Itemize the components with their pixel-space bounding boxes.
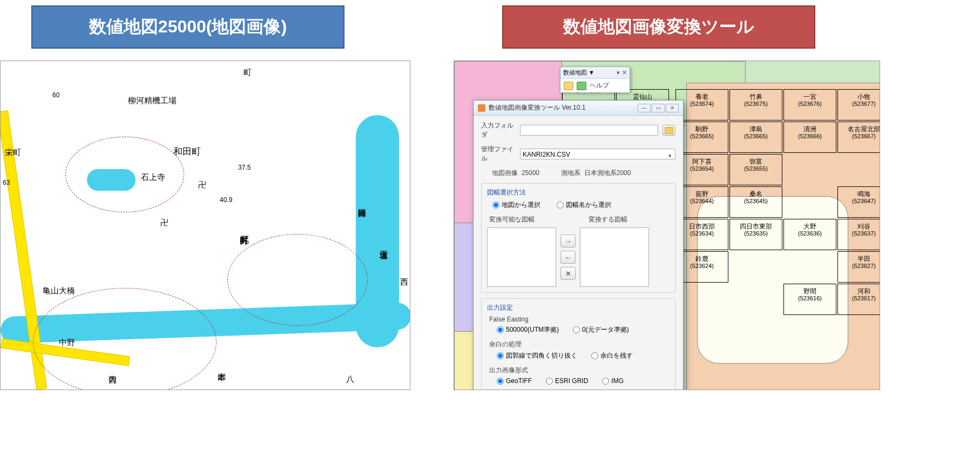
toolbar-close-icon[interactable]: ✕ <box>622 69 627 76</box>
temple-icon: 卍 <box>160 218 168 228</box>
map-label: 和田町 <box>173 145 201 158</box>
false-easting-opt2-label: 0(元データ準拠) <box>582 325 629 334</box>
grid-cell[interactable]: 小牧(523677) <box>837 89 880 120</box>
grid-cell-code: (523666) <box>784 133 836 140</box>
format-opt3-label: IMG <box>611 377 624 385</box>
browse-input-folder-button[interactable] <box>663 125 675 136</box>
format-img-radio[interactable]: IMG <box>602 377 624 385</box>
map-image-label: 地図画像 <box>492 169 518 177</box>
output-settings-title: 出力設定 <box>487 303 670 312</box>
grid-cell-name: 鳴海 <box>838 190 880 198</box>
grid-cell-name: 河和 <box>838 287 880 295</box>
input-folder-label: 入力フォルダ <box>481 121 516 139</box>
grid-cell-name: 津島 <box>730 125 782 133</box>
grid-cell[interactable]: 河和(523617) <box>837 284 880 315</box>
grid-cell-name: 大野 <box>784 223 836 230</box>
margin-crop-radio[interactable]: 図郭線で四角く切り抜く <box>497 351 577 360</box>
grid-map[interactable]: 彦根東部霊仙山養老(523674)竹鼻(523675)一宮(523676)小牧(… <box>454 61 880 390</box>
grid-cell-name: 菰野 <box>676 190 728 198</box>
toolbar-add-icon[interactable] <box>577 82 586 90</box>
grid-cell[interactable]: 刈谷(523637) <box>837 219 880 250</box>
false-easting-0-radio[interactable]: 0(元データ準拠) <box>573 325 629 334</box>
manage-file-select[interactable]: KANRI2KN.CSV <box>520 149 675 159</box>
grid-cell-code: (523676) <box>784 100 836 108</box>
grid-cell[interactable]: 名古屋北部(523667) <box>837 122 880 153</box>
select-from-map-radio[interactable]: 地図から選択 <box>492 200 540 210</box>
grid-cell-name: 一宮 <box>784 93 836 100</box>
format-opt1-label: GeoTIFF <box>506 377 532 385</box>
index-map-panel: 彦根東部霊仙山養老(523674)竹鼻(523675)一宮(523676)小牧(… <box>454 61 880 390</box>
grid-cell-name: 半田 <box>838 255 880 263</box>
input-folder-field[interactable] <box>520 125 658 136</box>
grid-cell-code: (523624) <box>676 263 728 270</box>
available-listbox[interactable] <box>487 227 556 287</box>
grid-cell-name: 名古屋北部 <box>838 125 880 133</box>
grid-cell[interactable]: 一宮(523676) <box>783 89 836 120</box>
margin-opt1-label: 図郭線で四角く切り抜く <box>506 351 577 360</box>
false-easting-opt1-label: 500000(UTM準拠) <box>506 325 559 334</box>
grid-cell-name: 小牧 <box>838 93 880 100</box>
grid-cell-code: (523616) <box>784 295 836 302</box>
map-label: 63 <box>3 179 10 186</box>
grid-cell-name: 四日市東部 <box>730 223 782 230</box>
margin-keep-radio[interactable]: 余白を残す <box>591 351 633 360</box>
toolbar-help-label[interactable]: ヘルプ <box>590 81 609 90</box>
grid-cell-code: (523627) <box>838 263 880 270</box>
format-opt2-label: ESRI GRID <box>555 377 588 385</box>
floating-toolbar[interactable]: 数値地図 ▼ ▾ ✕ ヘルプ <box>560 66 630 93</box>
datum-label: 測地系 <box>561 169 580 177</box>
maximize-button[interactable]: ▭ <box>652 104 665 112</box>
format-geotiff-radio[interactable]: GeoTIFF <box>497 377 532 385</box>
grid-cell-code: (523674) <box>676 100 728 108</box>
toolbar-dropdown-icon[interactable]: ▾ <box>617 69 620 76</box>
grid-cell-name: 阿下喜 <box>676 158 728 165</box>
contour-line <box>65 137 184 212</box>
dialog-title: 数値地図画像変換ツール Ver.10.1 <box>489 103 634 112</box>
grid-cell[interactable]: 野間(523616) <box>783 284 836 315</box>
grid-cell[interactable]: 桑名(523645) <box>729 186 782 218</box>
datum-value: 日本測地系2000 <box>584 169 631 177</box>
grid-cell-code: (523667) <box>838 133 880 140</box>
format-esrigrid-radio[interactable]: ESRI GRID <box>546 377 588 385</box>
toolbar-layer-icon[interactable] <box>564 82 573 90</box>
grid-cell-code: (523645) <box>730 198 782 205</box>
clear-button[interactable]: ✕ <box>560 267 576 280</box>
selected-listbox[interactable] <box>580 227 649 287</box>
move-left-button[interactable]: ← <box>560 251 576 264</box>
format-title: 出力画像形式 <box>487 366 670 375</box>
close-button[interactable]: ✕ <box>666 104 679 112</box>
selected-list-title: 変換する図幅 <box>589 215 627 224</box>
app-icon <box>478 104 485 112</box>
grid-cell[interactable]: 鳴海(523647) <box>837 186 880 218</box>
select-method-title: 図幅選択方法 <box>487 188 670 197</box>
grid-cell[interactable]: 半田(523627) <box>837 251 880 283</box>
map-label: 40.9 <box>220 196 232 204</box>
move-right-button[interactable]: → <box>560 234 576 247</box>
available-list-title: 変換可能な図幅 <box>489 215 535 224</box>
grid-cell-code: (523635) <box>730 230 782 237</box>
grid-cell[interactable]: 四日市東部(523635) <box>729 219 782 250</box>
grid-cell-name: 野間 <box>784 287 836 295</box>
false-easting-500000-radio[interactable]: 500000(UTM準拠) <box>497 325 559 334</box>
left-title: 数値地図25000(地図画像) <box>31 5 344 49</box>
convert-dialog: 数値地図画像変換ツール Ver.10.1 — ▭ ✕ 入力フォルダ <box>473 100 684 390</box>
right-title: 数値地図画像変換ツール <box>502 5 815 49</box>
grid-cell[interactable]: 弥富(523655) <box>729 154 782 185</box>
grid-cell[interactable]: 大野(523636) <box>783 219 836 250</box>
topo-map-panel: 町 柳河精機工場 栄町 和田町 石上寺 井尻町 鈴国橋 王塚古墳 西 亀山大橋 … <box>0 61 410 390</box>
map-label: 町 <box>244 68 252 78</box>
grid-cell[interactable]: 津島(523665) <box>729 122 782 153</box>
map-label: 37.5 <box>238 164 251 171</box>
grid-cell-name: 鈴鹿 <box>676 255 728 263</box>
grid-cell-code: (523617) <box>838 295 880 302</box>
grid-cell-code: (523665) <box>730 133 782 140</box>
grid-cell-code: (523644) <box>676 198 728 205</box>
grid-cell-code: (523636) <box>784 230 836 237</box>
minimize-button[interactable]: — <box>638 104 651 112</box>
select-by-name-radio[interactable]: 図幅名から選択 <box>557 200 611 210</box>
map-label: 西 <box>400 277 408 287</box>
grid-cell[interactable]: 竹鼻(523675) <box>729 89 782 120</box>
grid-cell[interactable]: 清洲(523666) <box>783 122 836 153</box>
dialog-titlebar[interactable]: 数値地図画像変換ツール Ver.10.1 — ▭ ✕ <box>474 100 683 116</box>
grid-cell-name: 清洲 <box>784 125 836 133</box>
